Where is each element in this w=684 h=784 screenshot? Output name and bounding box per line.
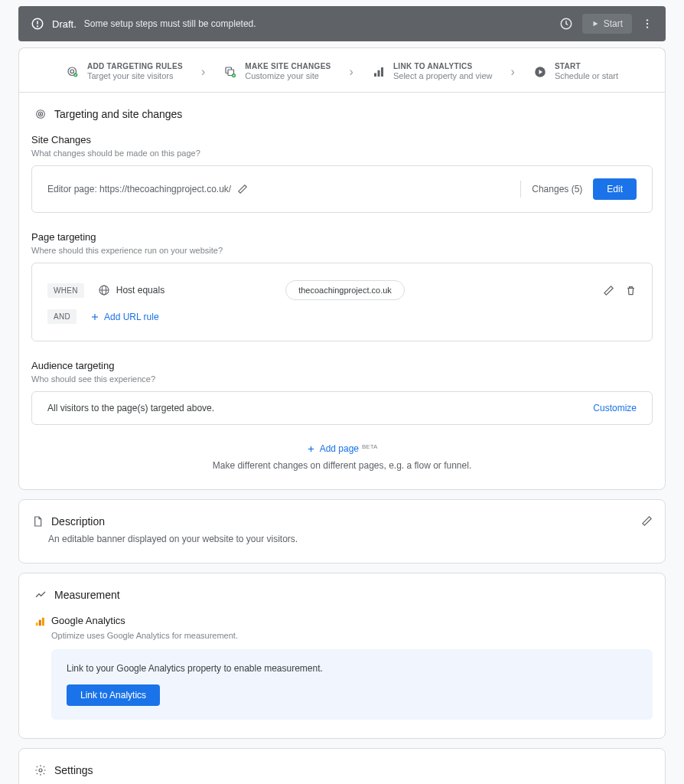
add-rule-row: AND Add URL rule: [47, 305, 637, 328]
description-panel: Description An editable banner displayed…: [18, 499, 666, 564]
rule-label-text: Host equals: [116, 285, 164, 296]
gear-icon: [34, 764, 47, 776]
status-banner: Draft. Some setup steps must still be co…: [18, 6, 666, 41]
step-subtitle: Schedule or start: [555, 71, 618, 81]
analytics-icon: [372, 65, 386, 79]
rule-type: Host equals: [98, 284, 164, 296]
start-button[interactable]: Start: [582, 14, 632, 34]
add-url-rule-label: Add URL rule: [104, 312, 159, 322]
ga-logo-icon: [34, 616, 45, 627]
when-chip: WHEN: [47, 283, 84, 298]
page-targeting-heading: Page targeting: [31, 231, 653, 243]
svg-point-32: [39, 769, 42, 772]
audience-desc: Who should see this experience?: [31, 374, 653, 384]
globe-icon: [98, 284, 110, 296]
settings-panel: Settings Email Notifications Receive imp…: [18, 748, 666, 784]
play-circle-icon: [533, 65, 547, 79]
copy-icon: [223, 65, 237, 79]
audience-value: All visitors to the page(s) targeted abo…: [47, 403, 214, 413]
editor-page-label: Editor page: https://thecoachingproject.…: [47, 184, 231, 194]
svg-point-6: [647, 23, 648, 24]
section-title: Targeting and site changes: [54, 108, 182, 120]
section-title: Settings: [54, 764, 93, 776]
add-url-rule-link[interactable]: Add URL rule: [90, 312, 159, 322]
svg-point-5: [647, 19, 648, 21]
svg-rect-14: [374, 73, 376, 77]
svg-rect-15: [377, 70, 379, 76]
trend-icon: [34, 589, 47, 601]
step-title: ADD TARGETING RULES: [87, 62, 183, 71]
edit-button[interactable]: Edit: [593, 178, 637, 200]
svg-marker-4: [593, 21, 598, 27]
section-title: Description: [51, 515, 105, 528]
ga-desc: Optimize uses Google Analytics for measu…: [51, 631, 653, 640]
svg-rect-29: [36, 622, 38, 626]
delete-rule-icon[interactable]: [625, 285, 637, 296]
edit-rule-icon[interactable]: [603, 285, 614, 296]
step-site-changes[interactable]: MAKE SITE CHANGESCustomize your site: [223, 62, 331, 81]
chevron-right-icon: ›: [350, 65, 353, 79]
svg-rect-16: [381, 67, 383, 77]
svg-point-21: [40, 114, 41, 115]
svg-point-7: [647, 26, 648, 28]
section-title: Measurement: [54, 589, 120, 601]
add-page-link[interactable]: Add page: [307, 443, 359, 454]
chevron-right-icon: ›: [201, 65, 205, 79]
target-icon: [66, 65, 80, 79]
edit-description-icon[interactable]: [641, 515, 653, 527]
chevron-right-icon: ›: [511, 65, 515, 79]
stepper: ADD TARGETING RULESTarget your site visi…: [18, 47, 666, 92]
divider: [520, 181, 521, 198]
ga-title: Google Analytics: [51, 615, 125, 626]
svg-rect-31: [42, 618, 44, 626]
site-changes-heading: Site Changes: [31, 134, 653, 145]
more-icon[interactable]: [641, 18, 653, 30]
step-subtitle: Select a property and view: [393, 71, 493, 81]
link-analytics-button[interactable]: Link to Analytics: [67, 684, 160, 706]
description-text: An editable banner displayed on your web…: [48, 534, 653, 544]
link-analytics-text: Link to your Google Analytics property t…: [67, 663, 637, 674]
rule-value-pill[interactable]: thecoachingproject.co.uk: [285, 280, 405, 300]
add-page-label: Add page: [320, 443, 359, 454]
page-targeting-card: WHEN Host equals thecoachingproject.co.u…: [31, 263, 653, 341]
alert-icon: [31, 17, 44, 31]
edit-url-icon[interactable]: [237, 184, 248, 194]
audience-heading: Audience targeting: [31, 360, 653, 371]
svg-rect-30: [39, 620, 41, 626]
start-button-label: Start: [604, 18, 623, 29]
link-analytics-box: Link to your Google Analytics property t…: [51, 649, 653, 720]
banner-status: Draft.: [52, 18, 77, 30]
rule-row: WHEN Host equals thecoachingproject.co.u…: [47, 276, 637, 305]
customize-link[interactable]: Customize: [593, 403, 637, 413]
step-subtitle: Target your site visitors: [87, 71, 183, 81]
step-link-analytics[interactable]: LINK TO ANALYTICSSelect a property and v…: [372, 62, 493, 81]
svg-point-2: [37, 26, 38, 27]
step-title: LINK TO ANALYTICS: [393, 62, 493, 71]
step-title: MAKE SITE CHANGES: [245, 62, 331, 71]
svg-point-9: [70, 70, 74, 74]
add-page-desc: Make different changes on different page…: [31, 460, 653, 471]
step-title: START: [555, 62, 618, 71]
and-chip: AND: [47, 309, 77, 324]
crosshair-icon: [34, 108, 47, 120]
page-targeting-desc: Where should this experience run on your…: [31, 246, 653, 255]
step-subtitle: Customize your site: [245, 71, 331, 81]
beta-badge: BETA: [362, 443, 377, 450]
audience-card: All visitors to the page(s) targeted abo…: [31, 391, 653, 425]
banner-message: Some setup steps must still be completed…: [84, 18, 256, 29]
step-start[interactable]: STARTSchedule or start: [533, 62, 618, 81]
document-icon: [31, 515, 44, 528]
history-icon[interactable]: [559, 17, 573, 31]
site-changes-desc: What changes should be made on this page…: [31, 149, 653, 158]
changes-count[interactable]: Changes (5): [532, 184, 582, 194]
editor-card: Editor page: https://thecoachingproject.…: [31, 165, 653, 213]
step-targeting[interactable]: ADD TARGETING RULESTarget your site visi…: [66, 62, 183, 81]
measurement-panel: Measurement Google Analytics Optimize us…: [18, 573, 666, 739]
targeting-panel: Targeting and site changes Site Changes …: [18, 92, 666, 490]
